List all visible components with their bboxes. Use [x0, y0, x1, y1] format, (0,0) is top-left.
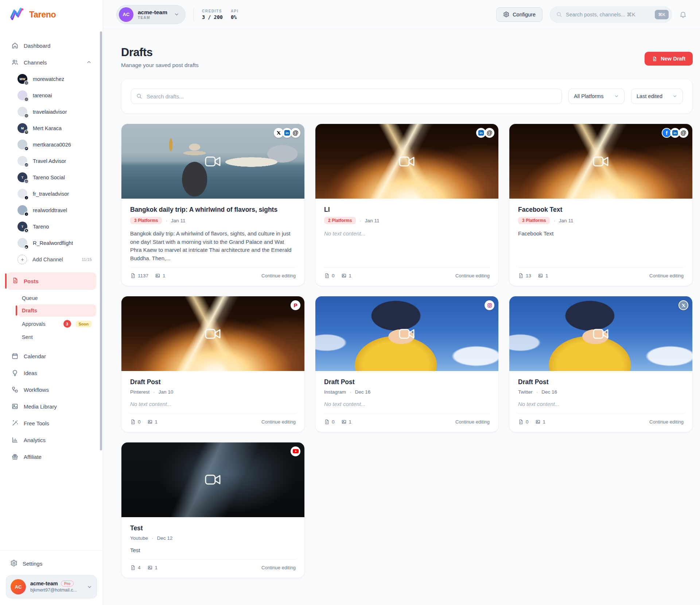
- youtube-icon: ▶: [24, 245, 29, 249]
- video-camera-icon: [204, 155, 222, 168]
- threads-icon: @: [291, 128, 300, 138]
- sidebar-item-channels[interactable]: Channels: [7, 55, 96, 70]
- draft-thumbnail: in@: [121, 124, 304, 199]
- content-column: AC acme-team TEAM CREDITS 3 / 200 API 0%: [103, 0, 700, 605]
- channel-name: mertkaraca0026: [33, 142, 71, 148]
- sidebar-channel-realworldtravel[interactable]: ♪ realworldtravel: [7, 202, 96, 218]
- sidebar-channel-tarenoai[interactable]: tarenoai: [7, 87, 96, 104]
- sort-filter-select[interactable]: Last edited: [631, 89, 683, 104]
- continue-editing-link[interactable]: Continue editing: [455, 273, 490, 278]
- notifications-bell-icon[interactable]: [679, 11, 687, 18]
- platforms-count-badge: 2 Platforms: [324, 217, 356, 224]
- platform-filter-select[interactable]: All Platforms: [568, 89, 625, 104]
- media-count: 1: [341, 419, 352, 425]
- channel-name: tarenoai: [33, 93, 52, 98]
- channel-name: Tareno: [33, 224, 49, 230]
- media-count: 1: [538, 273, 548, 278]
- draft-meta: Instagram·Dec 16: [324, 389, 490, 395]
- configure-button[interactable]: Configure: [496, 7, 542, 22]
- plan-badge: Pro: [61, 581, 74, 586]
- sidebar-scrollbar[interactable]: [100, 31, 102, 450]
- sidebar-item-label: Posts: [24, 278, 39, 284]
- draft-thumbnail: [315, 296, 498, 371]
- draft-card[interactable]: Draft Post Twitter·Dec 16 No text conten…: [509, 296, 693, 432]
- draft-date: Dec 16: [541, 389, 557, 395]
- sidebar-channel-tareno-social[interactable]: T@ Tareno Social: [7, 169, 96, 186]
- draft-card[interactable]: P Draft Post Pinterest·Jan 10 No text co…: [121, 296, 305, 432]
- draft-platform: Pinterest: [130, 389, 149, 395]
- sidebar-channel-mertkaraca0026[interactable]: P mertkaraca0026: [7, 136, 96, 153]
- continue-editing-link[interactable]: Continue editing: [649, 273, 684, 278]
- sidebar-channel-travelaiadvisor[interactable]: travelaiadvisor: [7, 104, 96, 120]
- sidebar-channel-fr-traveladvisor[interactable]: ♪ fr_traveladvisor: [7, 186, 96, 202]
- video-camera-icon: [398, 328, 416, 340]
- add-channel-button[interactable]: Add Channel 11/15: [7, 251, 96, 268]
- team-avatar: AC: [119, 7, 133, 22]
- draft-content-empty: No text content...: [324, 230, 490, 238]
- document-icon: [652, 56, 657, 62]
- gift-icon: [11, 453, 19, 460]
- account-name: acme-team: [30, 581, 58, 586]
- instagram-icon: [485, 300, 494, 310]
- instagram-icon: [24, 81, 29, 85]
- sidebar-footer: Settings AC acme-team Pro bjkmert97@hotm…: [0, 550, 103, 605]
- sidebar-item-drafts[interactable]: Drafts: [18, 304, 96, 317]
- instagram-icon: [24, 97, 29, 102]
- brand-logo[interactable]: Tareno: [0, 0, 103, 29]
- new-draft-button[interactable]: New Draft: [645, 52, 693, 66]
- sidebar-item-ideas[interactable]: Ideas: [7, 365, 96, 380]
- continue-editing-link[interactable]: Continue editing: [261, 565, 296, 570]
- continue-editing-link[interactable]: Continue editing: [261, 419, 296, 425]
- account-menu[interactable]: AC acme-team Pro bjkmert97@hotmail.c...: [6, 575, 97, 598]
- sidebar-item-approvals[interactable]: Approvals 3 Soon: [18, 317, 96, 331]
- sidebar-item-label: Affiliate: [24, 454, 42, 460]
- draft-title: Draft Post: [130, 378, 296, 386]
- continue-editing-link[interactable]: Continue editing: [649, 419, 684, 425]
- sidebar-channel-morewatchez[interactable]: MW morewatchez: [7, 71, 96, 87]
- chevron-down-icon: [87, 584, 92, 590]
- sidebar-item-media-library[interactable]: Media Library: [7, 399, 96, 414]
- sidebar-item-label: Analytics: [24, 437, 46, 443]
- posts-subnav: Queue Drafts Approvals 3 Soon Sent: [18, 292, 96, 343]
- page-title: Drafts: [121, 46, 199, 59]
- continue-editing-link[interactable]: Continue editing: [455, 419, 490, 425]
- sidebar-item-workflows[interactable]: Workflows: [7, 382, 96, 397]
- chevron-down-icon: [174, 12, 179, 17]
- draft-card[interactable]: in@ Bangkok daily trip: A whirlwind of f…: [121, 124, 305, 286]
- sidebar-nav: Dashboard Channels MW morewatchez tareno…: [0, 29, 103, 550]
- sidebar-channel-tareno[interactable]: T Tareno: [7, 218, 96, 235]
- tiktok-icon: ♪: [24, 195, 29, 200]
- sidebar-item-dashboard[interactable]: Dashboard: [7, 38, 96, 53]
- sidebar-item-affiliate[interactable]: Affiliate: [7, 449, 96, 464]
- sidebar-item-settings[interactable]: Settings: [6, 556, 97, 571]
- sidebar-channel-travel-advisor[interactable]: @ Travel Advisor: [7, 153, 96, 169]
- drafts-grid: in@ Bangkok daily trip: A whirlwind of f…: [121, 124, 693, 578]
- app: Tareno Dashboard Channels MW morew: [0, 0, 700, 605]
- team-selector[interactable]: AC acme-team TEAM: [116, 5, 186, 24]
- draft-card[interactable]: Draft Post Instagram·Dec 16 No text cont…: [315, 296, 499, 432]
- draft-card[interactable]: fin@ Facebook Text 3 Platforms·Jan 11 Fa…: [509, 124, 693, 286]
- char-count: 0: [324, 273, 335, 278]
- global-search-input[interactable]: Search posts, channels... ⌘K ⌘K: [550, 7, 672, 23]
- sidebar-item-queue[interactable]: Queue: [18, 292, 96, 304]
- continue-editing-link[interactable]: Continue editing: [261, 273, 296, 278]
- channel-name: travelaiadvisor: [33, 109, 67, 115]
- sidebar-item-analytics[interactable]: Analytics: [7, 432, 96, 448]
- chevron-up-icon[interactable]: [86, 59, 92, 65]
- chevron-down-icon: [672, 94, 677, 99]
- sidebar-channel-mert-karaca[interactable]: Min Mert Karaca: [7, 120, 96, 136]
- draft-card[interactable]: in@ LI 2 Platforms·Jan 11 No text conten…: [315, 124, 499, 286]
- sidebar-item-calendar[interactable]: Calendar: [7, 348, 96, 364]
- sidebar-item-sent[interactable]: Sent: [18, 331, 96, 343]
- plus-icon: [18, 255, 27, 264]
- platform-badges: fin@: [663, 128, 688, 138]
- sidebar-item-free-tools[interactable]: Free Tools: [7, 415, 96, 431]
- platforms-count-badge: 3 Platforms: [518, 217, 550, 224]
- channel-name: realworldtravel: [33, 207, 67, 213]
- sidebar-item-posts[interactable]: Posts: [7, 272, 96, 290]
- users-icon: [11, 59, 19, 66]
- sidebar-channel-r-realwordflight[interactable]: ▶ R_Realwordflight: [7, 235, 96, 251]
- draft-card[interactable]: Test Youtube·Dec 12 Test 4 1 Continue ed…: [121, 442, 305, 578]
- draft-title: Draft Post: [324, 378, 490, 386]
- search-drafts-input[interactable]: [131, 89, 562, 104]
